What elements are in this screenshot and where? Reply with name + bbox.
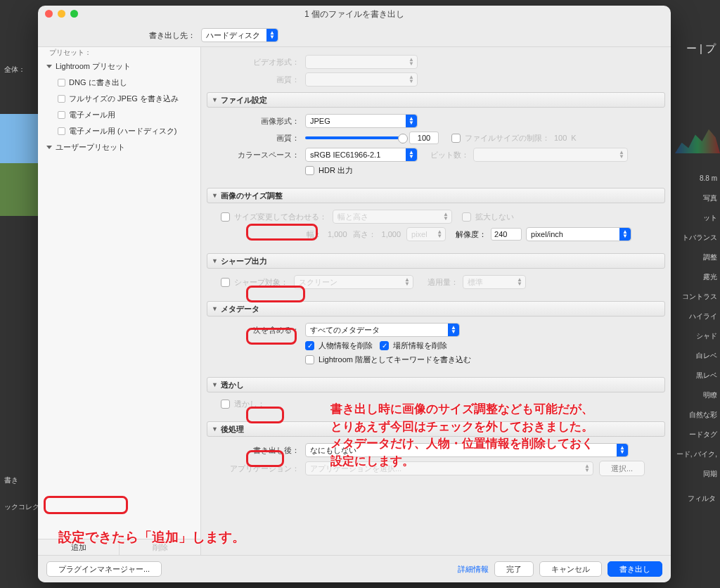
sharpen-amount-label: 適用量： xyxy=(428,277,458,288)
watermark-checkbox[interactable] xyxy=(221,400,230,409)
section-title: シャープ出力 xyxy=(221,256,267,267)
section-file-settings[interactable]: ▼ ファイル設定 xyxy=(207,92,665,108)
select-value: sRGB IEC61966-2.1 xyxy=(310,151,380,159)
disclosure-icon: ▼ xyxy=(212,426,218,433)
export-to-label: 書き出し先： xyxy=(38,30,201,41)
hdr-checkbox[interactable] xyxy=(305,166,314,175)
select-value: pixel/inch xyxy=(531,230,563,238)
section-title: ファイル設定 xyxy=(221,95,267,106)
disclosure-icon: ▼ xyxy=(212,381,218,388)
video-quality-select: ▲▼ xyxy=(305,72,418,87)
annotation-box xyxy=(246,286,305,302)
preset-checkbox[interactable] xyxy=(58,95,65,103)
export-to-value: ハードディスク xyxy=(206,30,260,41)
resize-mode-select: 幅と高さ▲▼ xyxy=(333,210,452,224)
select-value: pixel xyxy=(411,230,428,238)
sharpen-target-select: スクリーン▲▼ xyxy=(294,275,413,289)
bg-bottom-right: フィルタ xyxy=(688,494,716,504)
sharpen-checkbox[interactable] xyxy=(221,278,230,287)
remove-person-label: 人物情報を削除 xyxy=(319,340,373,351)
presets-sidebar: Lightroom プリセット DNG に書き出しフルサイズの JPEG を書き… xyxy=(38,47,201,555)
section-watermark[interactable]: ▼ 透かし xyxy=(207,377,665,392)
preset-item[interactable]: フルサイズの JPEG を書き込み xyxy=(38,91,200,107)
limit-filesize-checkbox[interactable] xyxy=(451,134,461,143)
export-destination-row: 書き出し先： ハードディスク ▲▼ xyxy=(38,23,671,46)
section-metadata[interactable]: ▼ メタデータ xyxy=(207,301,665,317)
image-format-label: 画像形式： xyxy=(207,116,305,127)
section-title: メタデータ xyxy=(221,304,259,314)
bg-bot-label1: 書き xyxy=(4,475,18,485)
preset-item[interactable]: DNG に書き出し xyxy=(38,75,200,91)
colorspace-label: カラースペース： xyxy=(207,150,305,160)
export-to-select[interactable]: ハードディスク ▲▼ xyxy=(201,28,278,42)
window-title: 1 個のファイルを書き出し xyxy=(304,8,404,20)
disclosure-icon xyxy=(46,65,52,68)
export-button[interactable]: 書き出し xyxy=(608,561,662,577)
preset-group-user[interactable]: ユーザープリセット xyxy=(38,139,200,155)
dialog-footer: プラグインマネージャー... 詳細情報 完了 キャンセル 書き出し xyxy=(38,555,671,582)
sharpen-amount-select: 標準▲▼ xyxy=(463,275,526,289)
group-label: Lightroom プリセット xyxy=(56,61,131,72)
annotation-box xyxy=(246,328,297,345)
section-title: 画像のサイズ調整 xyxy=(221,191,283,201)
bitdepth-label: ビット数： xyxy=(430,150,469,160)
video-quality-label: 画質： xyxy=(207,75,305,85)
preset-checkbox[interactable] xyxy=(58,111,65,119)
resize-label: サイズ変更して合わせる： xyxy=(234,212,327,222)
minimize-icon[interactable] xyxy=(58,10,65,18)
cancel-button[interactable]: キャンセル xyxy=(539,561,602,577)
colorspace-select[interactable]: sRGB IEC61966-2.1▲▼ xyxy=(305,148,418,162)
group-label: ユーザープリセット xyxy=(56,142,125,153)
quality-slider[interactable] xyxy=(305,136,404,139)
size-unit-select: pixel▲▼ xyxy=(406,227,446,241)
preset-group-lightroom[interactable]: Lightroom プリセット xyxy=(38,58,200,75)
titlebar: 1 個のファイルを書き出し xyxy=(38,6,671,23)
disclosure-icon xyxy=(46,146,52,149)
height-label: 高さ： xyxy=(353,229,376,240)
resolution-unit-select[interactable]: pixel/inch▲▼ xyxy=(526,227,631,241)
close-icon[interactable] xyxy=(45,10,53,18)
lr-keywords-label: Lightroom 階層としてキーワードを書き込む xyxy=(319,354,471,365)
preset-item[interactable]: 電子メール用 xyxy=(38,107,200,123)
preset-item[interactable]: 電子メール用 (ハードディスク) xyxy=(38,123,200,139)
no-enlarge-checkbox xyxy=(462,212,471,222)
preset-checkbox[interactable] xyxy=(58,79,65,87)
preset-checkbox[interactable] xyxy=(58,127,65,135)
preset-label: 電子メール用 xyxy=(69,110,115,120)
annotation-box xyxy=(246,224,318,241)
quality-value[interactable]: 100 xyxy=(409,132,439,144)
video-format-label: ビデオ形式： xyxy=(207,57,305,68)
resolution-label: 解像度： xyxy=(456,229,487,240)
select-value: 標準 xyxy=(468,277,483,288)
maximize-icon[interactable] xyxy=(70,10,78,18)
section-image-sizing[interactable]: ▼ 画像のサイズ調整 xyxy=(207,188,665,203)
lr-keywords-checkbox[interactable] xyxy=(305,355,314,364)
limit-filesize-unit: K xyxy=(571,134,576,142)
limit-filesize-label: ファイルサイズの制限： xyxy=(465,133,550,143)
section-sharpen[interactable]: ▼ シャープ出力 xyxy=(207,253,665,269)
export-dialog: 1 個のファイルを書き出し 書き出し先： ハードディスク ▲▼ プリセット： 1… xyxy=(38,6,671,582)
remove-location-checkbox[interactable]: ✓ xyxy=(380,341,389,350)
annotation-text-main: 書き出し時に画像のサイズ調整なども可能だが、 とりあえず今回はチェックを外してお… xyxy=(330,401,654,471)
resolution-input[interactable]: 240 xyxy=(491,228,522,241)
disclosure-icon: ▼ xyxy=(212,305,218,312)
done-button[interactable]: 完了 xyxy=(494,561,534,577)
thumbnail-peek xyxy=(0,114,38,216)
video-format-select: ▲▼ xyxy=(305,55,418,69)
no-enlarge-label: 拡大しない xyxy=(475,212,514,222)
image-format-select[interactable]: JPEG▲▼ xyxy=(305,114,418,128)
bg-left-label: 全体： xyxy=(4,65,25,75)
annotation-box xyxy=(246,407,284,423)
annotation-box xyxy=(44,496,128,514)
bg-bot-label2: ックコレク xyxy=(4,502,39,512)
bg-label: ー | プ xyxy=(686,42,716,56)
preset-label: 電子メール用 (ハードディスク) xyxy=(69,126,176,136)
resize-checkbox[interactable] xyxy=(221,212,230,222)
remove-person-checkbox[interactable]: ✓ xyxy=(305,341,314,350)
section-title: 後処理 xyxy=(221,424,244,435)
plugin-manager-button[interactable]: プラグインマネージャー... xyxy=(46,561,162,577)
details-link[interactable]: 詳細情報 xyxy=(458,564,489,575)
right-panel-peek: 8.8 m写真ットトバランス調整露光コントラスハイライシャド白レベ黒レベ明瞭自然… xyxy=(672,169,720,484)
width-value: 1,000 xyxy=(328,230,347,238)
metadata-include-select[interactable]: すべてのメタデータ▲▼ xyxy=(305,323,460,337)
